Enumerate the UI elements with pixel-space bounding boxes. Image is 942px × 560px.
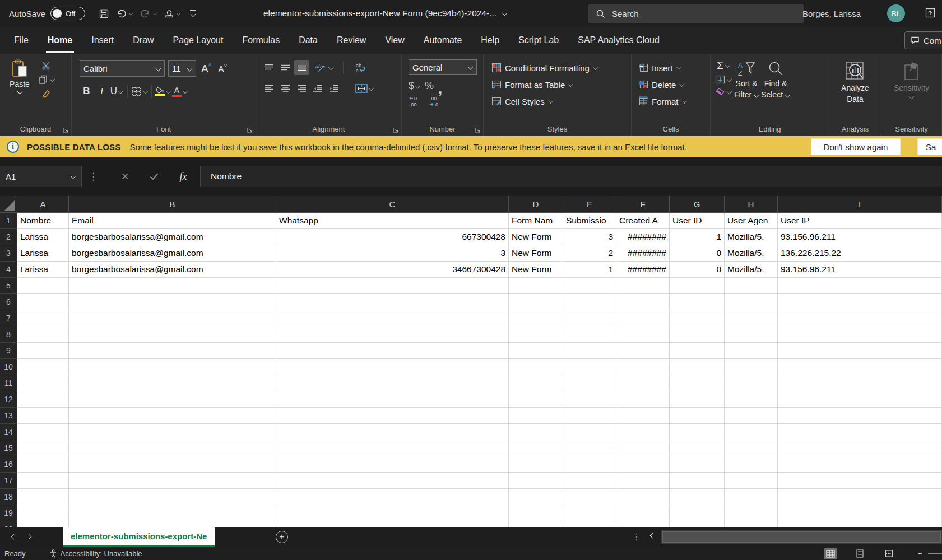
cell-B19[interactable] [69, 505, 276, 521]
cell-A2[interactable]: Larissa [17, 229, 69, 245]
insert-cells-chevron[interactable] [676, 66, 681, 70]
cell-G14[interactable] [670, 424, 725, 440]
cell-H5[interactable] [725, 278, 778, 294]
cell-H20[interactable] [725, 521, 778, 527]
cell-B18[interactable] [69, 489, 276, 505]
tab-help[interactable]: Help [471, 27, 509, 54]
row-header-17[interactable]: 17 [0, 473, 17, 489]
cell-D19[interactable] [509, 505, 563, 521]
fill-button[interactable] [715, 75, 732, 84]
dont-show-again-button[interactable]: Don't show again [811, 138, 901, 155]
formula-bar-handle[interactable]: ⋮ [89, 166, 98, 187]
cell-F8[interactable] [616, 326, 670, 343]
fill-chevron[interactable] [727, 77, 732, 82]
cell-H9[interactable] [725, 343, 778, 359]
cell-A19[interactable] [17, 505, 69, 521]
cell-F12[interactable] [616, 391, 670, 408]
cell-C15[interactable] [276, 440, 509, 456]
borders-button[interactable] [131, 86, 148, 97]
zoom-control[interactable]: − [918, 547, 942, 560]
cell-D4[interactable]: New Form [509, 262, 563, 278]
warning-message-link[interactable]: Some features might be lost if you save … [130, 142, 687, 152]
column-header-A[interactable]: A [17, 196, 69, 213]
cell-E7[interactable] [563, 310, 616, 326]
tab-view[interactable]: View [375, 27, 414, 54]
cell-B9[interactable] [69, 343, 276, 359]
borders-chevron[interactable] [143, 89, 148, 94]
cell-I5[interactable] [778, 278, 942, 294]
conditional-formatting-button[interactable]: Conditional Formatting [491, 59, 631, 76]
cell-C19[interactable] [276, 505, 509, 521]
column-header-F[interactable]: F [616, 196, 670, 213]
cell-E8[interactable] [563, 326, 616, 343]
cell-B5[interactable] [69, 278, 276, 294]
conditional-formatting-chevron[interactable] [593, 66, 598, 70]
status-ready[interactable]: Ready [4, 549, 26, 558]
format-cells-button[interactable]: Format [638, 93, 710, 110]
zoom-slider[interactable] [928, 553, 942, 554]
cell-D14[interactable] [509, 424, 563, 440]
cell-E10[interactable] [563, 359, 616, 375]
cell-B1[interactable]: Email [69, 213, 276, 229]
cell-I10[interactable] [778, 359, 942, 375]
cell-H10[interactable] [725, 359, 778, 375]
cell-G6[interactable] [670, 294, 725, 310]
currency-chevron[interactable] [415, 84, 420, 88]
cell-C8[interactable] [276, 326, 509, 343]
cell-E19[interactable] [563, 505, 616, 521]
cell-B14[interactable] [69, 424, 276, 440]
autosum-button[interactable]: Σ [715, 59, 732, 72]
document-title-area[interactable]: elementor-submissions-export-New Form (9… [263, 0, 507, 27]
cell-I17[interactable] [778, 473, 942, 489]
cell-I12[interactable] [778, 391, 942, 408]
page-break-view-button[interactable] [882, 548, 895, 559]
cell-E2[interactable]: 3 [563, 229, 616, 245]
align-middle-button[interactable] [278, 60, 293, 75]
cell-I20[interactable] [778, 521, 942, 527]
cell-H8[interactable] [725, 326, 778, 343]
align-left-button[interactable] [262, 81, 276, 96]
row-header-10[interactable]: 10 [0, 359, 17, 375]
decrease-decimal-button[interactable]: .000 [429, 95, 442, 108]
cell-H17[interactable] [725, 473, 778, 489]
cut-button[interactable] [38, 60, 55, 71]
format-cells-chevron[interactable] [682, 100, 686, 104]
cell-B11[interactable] [69, 375, 276, 391]
cell-F6[interactable] [616, 294, 670, 310]
tab-formulas[interactable]: Formulas [233, 27, 289, 54]
align-bottom-button[interactable] [294, 60, 309, 75]
cell-G7[interactable] [670, 310, 725, 326]
cell-D8[interactable] [509, 326, 563, 343]
cell-G15[interactable] [670, 440, 725, 456]
align-right-button[interactable] [294, 81, 309, 96]
cell-A16[interactable] [17, 456, 69, 473]
cell-F9[interactable] [616, 343, 670, 359]
cell-C12[interactable] [276, 391, 509, 408]
undo-button[interactable] [114, 6, 136, 22]
next-sheet-button[interactable] [27, 535, 33, 539]
decrease-indent-button[interactable] [310, 81, 325, 96]
cell-C20[interactable] [276, 521, 509, 527]
cell-B13[interactable] [69, 408, 276, 424]
orientation-chevron[interactable] [328, 66, 333, 70]
underline-button[interactable]: U [110, 84, 124, 99]
format-as-table-button[interactable]: Format as Table [491, 76, 631, 93]
comments-button[interactable]: Com [904, 31, 942, 49]
cell-A3[interactable]: Larissa [17, 245, 69, 262]
row-header-13[interactable]: 13 [0, 408, 17, 424]
prev-sheet-button[interactable] [10, 535, 15, 539]
cell-C17[interactable] [276, 473, 509, 489]
cell-I3[interactable]: 136.226.215.22 [778, 245, 942, 262]
cell-D11[interactable] [509, 375, 563, 391]
cell-A7[interactable] [17, 310, 69, 326]
cell-I6[interactable] [778, 294, 942, 310]
zoom-out-button[interactable]: − [918, 549, 922, 558]
touch-mode-chevron[interactable] [177, 12, 180, 15]
enter-button[interactable] [141, 166, 167, 187]
row-header-8[interactable]: 8 [0, 326, 17, 343]
name-box-chevron[interactable] [71, 174, 76, 179]
tab-draw[interactable]: Draw [123, 27, 163, 54]
clipboard-dialog-launcher[interactable] [63, 127, 68, 133]
cell-B3[interactable]: borgesbarbosalarissa@gmail.com [69, 245, 276, 262]
tab-file[interactable]: File [4, 27, 38, 54]
